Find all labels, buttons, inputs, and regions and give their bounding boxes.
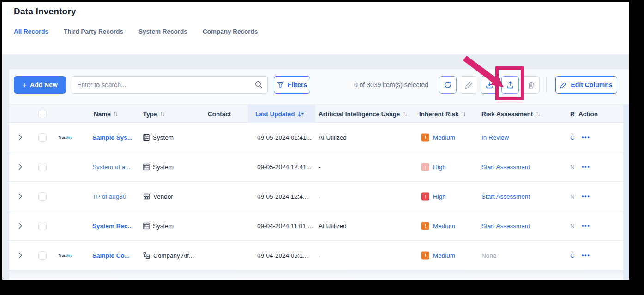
trustarc-logo: TrustArc (59, 254, 72, 257)
row-actions-button[interactable]: ••• (582, 134, 590, 141)
ai-usage-cell: - (319, 163, 321, 170)
row-checkbox[interactable] (38, 222, 47, 230)
risk-level-link[interactable]: Medium (433, 222, 455, 229)
add-new-button[interactable]: + Add New (14, 76, 66, 94)
system-type-icon (143, 222, 150, 229)
add-new-label: Add New (30, 81, 58, 88)
risk-medium-icon: ! (421, 222, 429, 230)
inherent-risk-cell: ! Medium (421, 133, 455, 141)
type-cell: Company Aff... (143, 252, 194, 259)
record-name-link[interactable]: TP of aug30 (92, 193, 126, 200)
tab-third-party-records[interactable]: Third Party Records (64, 28, 123, 35)
table-row: System of a... System 09-05-2024 12:41..… (9, 152, 623, 182)
risk-assessment-link[interactable]: Start Assessment (481, 222, 530, 229)
row-actions-button[interactable]: ••• (582, 252, 590, 259)
row-checkbox[interactable] (38, 163, 47, 171)
edit-columns-label: Edit Columns (571, 81, 612, 88)
risk-assessment-link[interactable]: Start Assessment (481, 163, 530, 170)
select-all-checkbox[interactable] (38, 110, 47, 118)
row-expand-chevron[interactable] (18, 223, 23, 229)
sort-icon[interactable]: ↑↓ (462, 111, 465, 117)
column-header-action: Action (578, 105, 598, 123)
refresh-button[interactable] (439, 76, 457, 94)
edit-pencil-icon (560, 82, 567, 88)
table-row: TP of aug30 Vendor 09-05-2024 12:4... - … (9, 182, 623, 211)
column-header-name[interactable]: Name ↑↓ (94, 105, 117, 123)
sort-icon[interactable]: ↑↓ (403, 111, 406, 117)
r-status-cell: C (570, 134, 575, 141)
table-row: System Rec... System 09-04-2024 11:01 ..… (9, 211, 623, 241)
bulk-edit-button[interactable] (460, 76, 477, 94)
app-window: Data Inventory All Records Third Party R… (2, 2, 629, 280)
pencil-icon (465, 81, 473, 89)
ai-usage-cell: - (319, 252, 321, 259)
selection-summary: 0 of 3039 item(s) selected (336, 76, 428, 94)
row-expand-chevron[interactable] (18, 252, 23, 259)
ai-usage-cell: - (319, 193, 321, 200)
download-button[interactable] (481, 76, 498, 94)
tab-company-records[interactable]: Company Records (203, 28, 258, 35)
refresh-icon (444, 81, 452, 89)
inherent-risk-cell: ↑ High (421, 192, 446, 200)
system-type-icon (143, 163, 150, 170)
row-expand-chevron[interactable] (18, 193, 23, 200)
column-header-type[interactable]: Type ↑↓ (143, 105, 164, 123)
r-status-cell: N (570, 163, 575, 170)
row-actions-button[interactable]: ••• (582, 223, 590, 229)
trustarc-logo: TrustArc (59, 136, 72, 139)
record-name-link[interactable]: System Rec... (92, 222, 133, 229)
sort-icon[interactable]: ↑↓ (536, 111, 539, 117)
column-header-r[interactable]: R (570, 105, 575, 123)
filters-button[interactable]: Filters (274, 76, 310, 94)
vendor-type-icon (143, 193, 150, 200)
last-updated-cell: 09-04-2024 05:1... (257, 252, 308, 259)
delete-button[interactable] (522, 76, 540, 94)
row-expand-chevron[interactable] (18, 164, 23, 170)
column-header-inherent-risk[interactable]: Inherent Risk ↑↓ (419, 105, 465, 123)
last-updated-cell: 09-05-2024 01:41... (257, 134, 312, 141)
record-name-link[interactable]: System of a... (92, 163, 131, 170)
record-name-link[interactable]: Sample Co... (92, 252, 130, 259)
column-header-risk-assessment[interactable]: Risk Assessment ↑↓ (481, 105, 539, 123)
risk-medium-icon: ! (421, 133, 429, 141)
risk-level-link[interactable]: High (433, 193, 446, 200)
row-checkbox[interactable] (38, 133, 47, 142)
risk-level-link[interactable]: Medium (433, 252, 455, 259)
risk-high-icon: ↑ (421, 192, 429, 200)
column-header-contact[interactable]: Contact (208, 105, 231, 123)
edit-columns-button[interactable]: Edit Columns (555, 76, 617, 94)
record-name-link[interactable]: Sample Sys... (92, 134, 132, 141)
ai-usage-cell: AI Utilized (319, 222, 347, 229)
column-header-ai-usage[interactable]: Artificial Intelligence Usage ↑↓ (319, 105, 406, 123)
row-checkbox[interactable] (38, 192, 47, 201)
risk-medium-icon: ! (421, 251, 429, 259)
row-expand-chevron[interactable] (18, 134, 23, 141)
r-status-cell: N (570, 222, 575, 229)
risk-assessment-link[interactable]: Start Assessment (481, 193, 530, 200)
row-actions-button[interactable]: ••• (582, 193, 590, 200)
risk-level-link[interactable]: Medium (433, 134, 455, 141)
inherent-risk-cell: ↑ High (421, 163, 446, 171)
sort-desc-icon[interactable] (298, 111, 305, 117)
risk-assessment-link[interactable]: In Review (481, 134, 509, 141)
filter-funnel-icon (277, 82, 284, 88)
risk-assessment-status: None (481, 252, 496, 259)
type-cell: System (143, 222, 174, 229)
row-actions-button[interactable]: ••• (582, 164, 590, 170)
inherent-risk-cell: ! Medium (421, 251, 455, 259)
risk-level-link[interactable]: High (433, 163, 446, 170)
table-header-row: Name ↑↓ Type ↑↓ Contact Last Updated Art… (9, 104, 623, 123)
tab-system-records[interactable]: System Records (138, 28, 187, 35)
search-input[interactable] (71, 76, 268, 94)
last-updated-cell: 09-04-2024 11:01 ... (257, 222, 313, 229)
row-checkbox[interactable] (38, 251, 47, 260)
table-row: TrustArc Sample Sys... System 09-05-2024… (9, 123, 623, 152)
export-upload-button[interactable] (501, 76, 519, 94)
page-title: Data Inventory (14, 6, 76, 17)
sort-icon[interactable]: ↑↓ (114, 111, 117, 117)
sort-icon[interactable]: ↑↓ (160, 111, 164, 117)
column-header-last-updated[interactable]: Last Updated (255, 105, 305, 123)
search-icon (255, 81, 263, 90)
tab-all-records[interactable]: All Records (14, 28, 48, 35)
scrollbar-track[interactable] (623, 104, 629, 280)
